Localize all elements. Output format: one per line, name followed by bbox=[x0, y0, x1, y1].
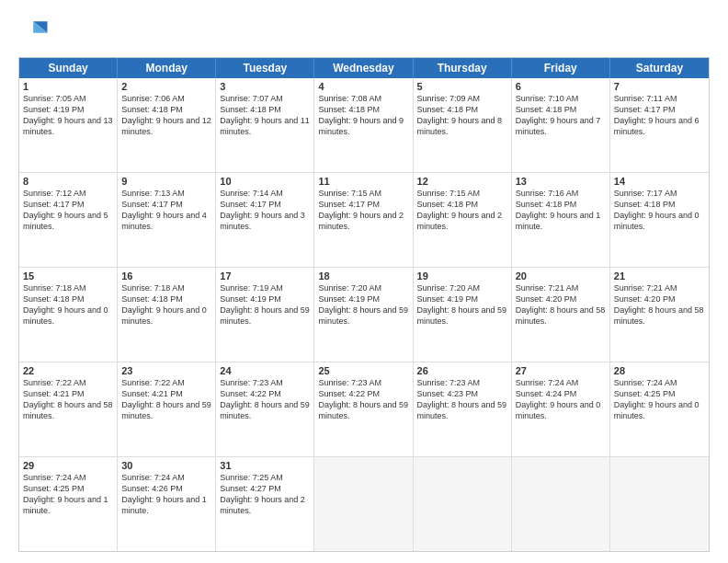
day-number: 9 bbox=[121, 176, 211, 187]
day-number: 5 bbox=[417, 81, 507, 92]
day-cell-20: 20Sunrise: 7:21 AMSunset: 4:20 PMDayligh… bbox=[512, 268, 610, 362]
day-number: 16 bbox=[121, 270, 211, 282]
day-number: 12 bbox=[417, 176, 507, 187]
logo bbox=[18, 15, 55, 48]
day-number: 3 bbox=[220, 81, 310, 92]
day-number: 2 bbox=[121, 81, 211, 92]
day-cell-24: 24Sunrise: 7:23 AMSunset: 4:22 PMDayligh… bbox=[216, 362, 314, 456]
day-cell-3: 3Sunrise: 7:07 AMSunset: 4:18 PMDaylight… bbox=[216, 78, 314, 172]
day-number: 18 bbox=[318, 270, 408, 282]
day-number: 14 bbox=[614, 176, 705, 187]
calendar-row-4: 22Sunrise: 7:22 AMSunset: 4:21 PMDayligh… bbox=[19, 362, 709, 457]
empty-cell bbox=[512, 457, 610, 551]
day-cell-9: 9Sunrise: 7:13 AMSunset: 4:17 PMDaylight… bbox=[118, 173, 216, 267]
day-cell-18: 18Sunrise: 7:20 AMSunset: 4:19 PMDayligh… bbox=[314, 268, 413, 362]
day-cell-8: 8Sunrise: 7:12 AMSunset: 4:17 PMDaylight… bbox=[19, 173, 118, 267]
day-info: Sunrise: 7:09 AMSunset: 4:18 PMDaylight:… bbox=[417, 93, 507, 138]
day-cell-10: 10Sunrise: 7:14 AMSunset: 4:17 PMDayligh… bbox=[216, 173, 314, 267]
day-cell-19: 19Sunrise: 7:20 AMSunset: 4:19 PMDayligh… bbox=[414, 268, 512, 362]
day-info: Sunrise: 7:21 AMSunset: 4:20 PMDaylight:… bbox=[614, 282, 705, 327]
day-info: Sunrise: 7:11 AMSunset: 4:17 PMDaylight:… bbox=[614, 93, 705, 138]
calendar: SundayMondayTuesdayWednesdayThursdayFrid… bbox=[18, 57, 710, 552]
day-number: 17 bbox=[220, 270, 310, 282]
day-info: Sunrise: 7:13 AMSunset: 4:17 PMDaylight:… bbox=[121, 188, 211, 233]
day-info: Sunrise: 7:18 AMSunset: 4:18 PMDaylight:… bbox=[121, 282, 211, 327]
day-cell-27: 27Sunrise: 7:24 AMSunset: 4:24 PMDayligh… bbox=[512, 362, 610, 456]
day-info: Sunrise: 7:22 AMSunset: 4:21 PMDaylight:… bbox=[23, 377, 113, 422]
day-cell-16: 16Sunrise: 7:18 AMSunset: 4:18 PMDayligh… bbox=[118, 268, 216, 362]
day-cell-31: 31Sunrise: 7:25 AMSunset: 4:27 PMDayligh… bbox=[216, 457, 314, 551]
day-info: Sunrise: 7:10 AMSunset: 4:18 PMDaylight:… bbox=[516, 93, 606, 138]
day-number: 8 bbox=[23, 176, 113, 187]
day-cell-28: 28Sunrise: 7:24 AMSunset: 4:25 PMDayligh… bbox=[610, 362, 709, 456]
empty-cell bbox=[414, 457, 512, 551]
day-cell-22: 22Sunrise: 7:22 AMSunset: 4:21 PMDayligh… bbox=[19, 362, 118, 456]
day-info: Sunrise: 7:23 AMSunset: 4:22 PMDaylight:… bbox=[318, 377, 408, 422]
day-cell-6: 6Sunrise: 7:10 AMSunset: 4:18 PMDaylight… bbox=[512, 78, 610, 172]
day-info: Sunrise: 7:20 AMSunset: 4:19 PMDaylight:… bbox=[417, 282, 507, 327]
day-info: Sunrise: 7:15 AMSunset: 4:18 PMDaylight:… bbox=[417, 188, 507, 233]
day-cell-15: 15Sunrise: 7:18 AMSunset: 4:18 PMDayligh… bbox=[19, 268, 118, 362]
day-cell-30: 30Sunrise: 7:24 AMSunset: 4:26 PMDayligh… bbox=[118, 457, 216, 551]
day-number: 29 bbox=[23, 460, 113, 471]
day-info: Sunrise: 7:05 AMSunset: 4:19 PMDaylight:… bbox=[23, 93, 113, 138]
day-cell-29: 29Sunrise: 7:24 AMSunset: 4:25 PMDayligh… bbox=[19, 457, 118, 551]
calendar-row-3: 15Sunrise: 7:18 AMSunset: 4:18 PMDayligh… bbox=[19, 268, 709, 362]
day-number: 6 bbox=[516, 81, 606, 92]
calendar-row-5: 29Sunrise: 7:24 AMSunset: 4:25 PMDayligh… bbox=[19, 457, 709, 551]
day-info: Sunrise: 7:20 AMSunset: 4:19 PMDaylight:… bbox=[318, 282, 408, 327]
header-day-monday: Monday bbox=[118, 58, 216, 78]
day-info: Sunrise: 7:19 AMSunset: 4:19 PMDaylight:… bbox=[220, 282, 310, 327]
calendar-row-2: 8Sunrise: 7:12 AMSunset: 4:17 PMDaylight… bbox=[19, 173, 709, 268]
day-info: Sunrise: 7:14 AMSunset: 4:17 PMDaylight:… bbox=[220, 188, 310, 233]
day-number: 15 bbox=[23, 270, 113, 282]
day-info: Sunrise: 7:12 AMSunset: 4:17 PMDaylight:… bbox=[23, 188, 113, 233]
day-info: Sunrise: 7:24 AMSunset: 4:24 PMDaylight:… bbox=[516, 377, 606, 422]
day-info: Sunrise: 7:21 AMSunset: 4:20 PMDaylight:… bbox=[516, 282, 606, 327]
empty-cell bbox=[610, 457, 709, 551]
day-info: Sunrise: 7:24 AMSunset: 4:25 PMDaylight:… bbox=[614, 377, 705, 422]
day-number: 24 bbox=[220, 365, 310, 376]
header-day-tuesday: Tuesday bbox=[216, 58, 314, 78]
day-info: Sunrise: 7:25 AMSunset: 4:27 PMDaylight:… bbox=[220, 472, 310, 517]
day-cell-26: 26Sunrise: 7:23 AMSunset: 4:23 PMDayligh… bbox=[414, 362, 512, 456]
day-cell-21: 21Sunrise: 7:21 AMSunset: 4:20 PMDayligh… bbox=[610, 268, 709, 362]
day-cell-13: 13Sunrise: 7:16 AMSunset: 4:18 PMDayligh… bbox=[512, 173, 610, 267]
day-number: 23 bbox=[121, 365, 211, 376]
empty-cell bbox=[314, 457, 413, 551]
day-cell-12: 12Sunrise: 7:15 AMSunset: 4:18 PMDayligh… bbox=[414, 173, 512, 267]
header-day-wednesday: Wednesday bbox=[314, 58, 413, 78]
day-number: 4 bbox=[318, 81, 408, 92]
day-cell-25: 25Sunrise: 7:23 AMSunset: 4:22 PMDayligh… bbox=[314, 362, 413, 456]
day-number: 22 bbox=[23, 365, 113, 376]
day-info: Sunrise: 7:15 AMSunset: 4:17 PMDaylight:… bbox=[318, 188, 408, 233]
day-cell-7: 7Sunrise: 7:11 AMSunset: 4:17 PMDaylight… bbox=[610, 78, 709, 172]
day-cell-17: 17Sunrise: 7:19 AMSunset: 4:19 PMDayligh… bbox=[216, 268, 314, 362]
day-info: Sunrise: 7:18 AMSunset: 4:18 PMDaylight:… bbox=[23, 282, 113, 327]
header-day-thursday: Thursday bbox=[414, 58, 512, 78]
day-cell-2: 2Sunrise: 7:06 AMSunset: 4:18 PMDaylight… bbox=[118, 78, 216, 172]
day-number: 7 bbox=[614, 81, 705, 92]
day-number: 26 bbox=[417, 365, 507, 376]
day-cell-14: 14Sunrise: 7:17 AMSunset: 4:18 PMDayligh… bbox=[610, 173, 709, 267]
calendar-body: 1Sunrise: 7:05 AMSunset: 4:19 PMDaylight… bbox=[19, 78, 709, 551]
day-cell-11: 11Sunrise: 7:15 AMSunset: 4:17 PMDayligh… bbox=[314, 173, 413, 267]
day-info: Sunrise: 7:06 AMSunset: 4:18 PMDaylight:… bbox=[121, 93, 211, 138]
day-number: 21 bbox=[614, 270, 705, 282]
day-number: 19 bbox=[417, 270, 507, 282]
day-number: 13 bbox=[516, 176, 606, 187]
calendar-header: SundayMondayTuesdayWednesdayThursdayFrid… bbox=[19, 58, 709, 78]
day-number: 28 bbox=[614, 365, 705, 376]
day-cell-23: 23Sunrise: 7:22 AMSunset: 4:21 PMDayligh… bbox=[118, 362, 216, 456]
day-info: Sunrise: 7:23 AMSunset: 4:22 PMDaylight:… bbox=[220, 377, 310, 422]
day-info: Sunrise: 7:07 AMSunset: 4:18 PMDaylight:… bbox=[220, 93, 310, 138]
day-info: Sunrise: 7:16 AMSunset: 4:18 PMDaylight:… bbox=[516, 188, 606, 233]
page: SundayMondayTuesdayWednesdayThursdayFrid… bbox=[0, 0, 728, 563]
day-info: Sunrise: 7:24 AMSunset: 4:26 PMDaylight:… bbox=[121, 472, 211, 517]
day-cell-4: 4Sunrise: 7:08 AMSunset: 4:18 PMDaylight… bbox=[314, 78, 413, 172]
day-number: 1 bbox=[23, 81, 113, 92]
day-number: 30 bbox=[121, 460, 211, 471]
logo-icon bbox=[18, 15, 51, 48]
day-number: 11 bbox=[318, 176, 408, 187]
day-number: 20 bbox=[516, 270, 606, 282]
